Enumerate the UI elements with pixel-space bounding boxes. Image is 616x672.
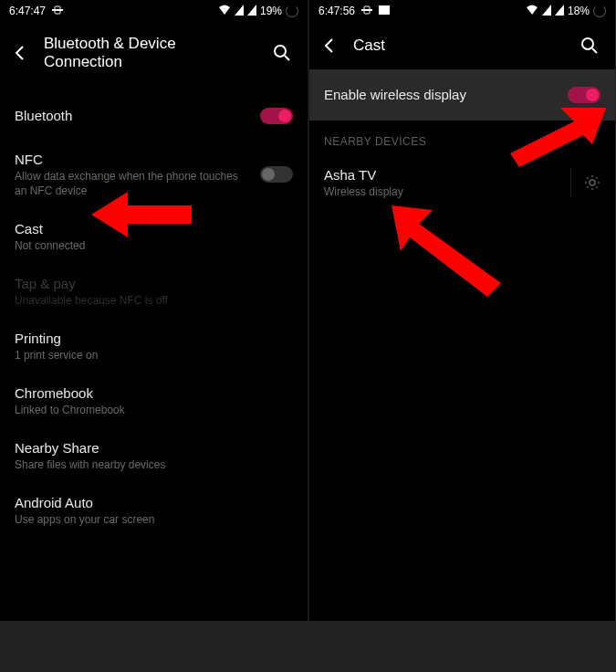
wifi-icon (218, 5, 231, 18)
image-icon (379, 5, 390, 17)
search-icon[interactable] (579, 35, 600, 57)
device-name: Asha TV (324, 166, 561, 184)
signal-icon (542, 5, 551, 18)
clock: 6:47:56 (318, 5, 355, 17)
svg-point-10 (590, 180, 595, 185)
row-printing[interactable]: Printing 1 print service on (0, 319, 308, 373)
row-subtitle: Share files with nearby devices (15, 457, 293, 472)
search-icon[interactable] (271, 42, 293, 64)
row-title: Printing (15, 330, 293, 348)
loading-icon (286, 5, 298, 17)
row-subtitle: Not connected (15, 238, 293, 253)
row-bluetooth[interactable]: Bluetooth (0, 85, 308, 140)
svg-rect-0 (52, 9, 63, 11)
row-title: Nearby Share (15, 439, 293, 457)
status-bar: 6:47:56 18% (309, 0, 615, 22)
status-bar: 6:47:47 19% (0, 0, 308, 22)
row-nfc[interactable]: NFC Allow data exchange when the phone t… (0, 140, 308, 209)
row-title: Bluetooth (15, 107, 251, 125)
row-title: Android Auto (15, 494, 293, 512)
svg-marker-12 (392, 205, 501, 297)
wifi-icon (526, 5, 538, 18)
battery-text: 19% (260, 5, 282, 17)
row-subtitle: Allow data exchange when the phone touch… (15, 169, 251, 198)
page-title: Bluetooth & Device Connection (44, 35, 258, 71)
section-header: NEARBY DEVICES (309, 121, 615, 155)
battery-text: 18% (568, 5, 590, 17)
back-icon[interactable] (318, 35, 340, 57)
nfc-toggle[interactable] (260, 166, 293, 183)
signal-icon (555, 5, 564, 18)
dnd-icon (51, 5, 64, 17)
screen-bluetooth-settings: 6:47:47 19% Bluetooth & Device Connectio… (0, 0, 308, 621)
row-title: Tap & pay (15, 275, 293, 293)
row-chromebook[interactable]: Chromebook Linked to Chromebook (0, 373, 308, 428)
gear-icon[interactable] (570, 168, 600, 197)
wireless-display-toggle[interactable] (568, 87, 600, 103)
page-title: Cast (353, 37, 566, 55)
dnd-icon (360, 5, 373, 17)
row-subtitle: Unavailable because NFC is off (15, 293, 293, 308)
svg-point-8 (582, 38, 593, 49)
row-enable-wireless-display[interactable]: Enable wireless display (309, 69, 615, 121)
row-tap-pay: Tap & pay Unavailable because NFC is off (0, 264, 308, 319)
row-title: Cast (15, 220, 293, 238)
bluetooth-toggle[interactable] (260, 108, 293, 124)
row-device[interactable]: Asha TV Wireless display (309, 155, 615, 210)
row-title: NFC (15, 151, 251, 169)
svg-line-9 (592, 48, 597, 53)
row-title: Enable wireless display (324, 86, 559, 104)
row-subtitle: 1 print service on (15, 348, 293, 362)
svg-rect-5 (361, 9, 372, 11)
signal-icon (235, 5, 244, 18)
svg-line-3 (285, 56, 289, 60)
header: Cast (309, 22, 615, 69)
row-cast[interactable]: Cast Not connected (0, 209, 308, 264)
row-subtitle: Linked to Chromebook (15, 403, 293, 417)
screen-cast: 6:47:56 18% Cast Enable wireless display… (308, 0, 615, 621)
svg-point-2 (275, 46, 286, 57)
svg-rect-7 (379, 5, 390, 15)
loading-icon (593, 5, 606, 17)
back-icon[interactable] (9, 42, 31, 64)
row-nearby-share[interactable]: Nearby Share Share files with nearby dev… (0, 428, 308, 483)
signal-icon (247, 5, 256, 18)
clock: 6:47:47 (9, 5, 46, 17)
header: Bluetooth & Device Connection (0, 22, 308, 84)
device-subtitle: Wireless display (324, 184, 561, 199)
row-android-auto[interactable]: Android Auto Use apps on your car screen (0, 483, 308, 538)
row-subtitle: Use apps on your car screen (15, 512, 293, 527)
annotation-arrow (392, 205, 510, 297)
row-title: Chromebook (15, 384, 293, 403)
